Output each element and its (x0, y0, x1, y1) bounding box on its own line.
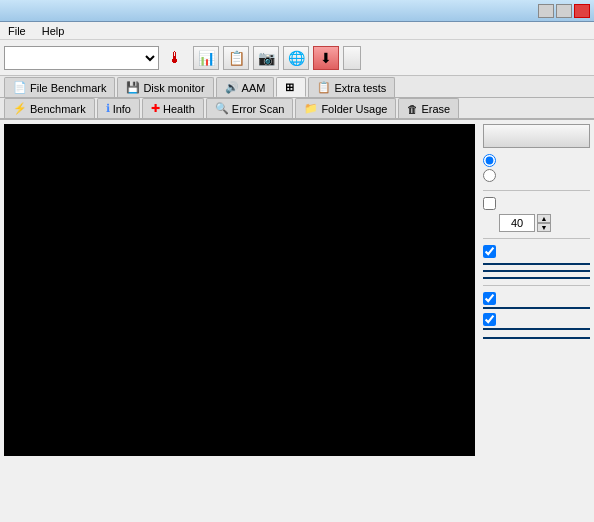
short-stroke-checkbox-label[interactable] (483, 197, 590, 210)
minimize-button[interactable] (538, 4, 554, 18)
tab-bar-1: 📄 File Benchmark 💾 Disk monitor 🔊 AAM ⊞ … (0, 76, 594, 98)
tab-random-access[interactable]: ⊞ (276, 77, 306, 97)
transfer-rate-checkbox-label[interactable] (483, 245, 590, 258)
cpu-usage-section (483, 334, 590, 339)
title-bar (0, 0, 594, 22)
read-radio[interactable] (483, 154, 496, 167)
tab-erase[interactable]: 🗑 Erase (398, 98, 459, 118)
write-radio[interactable] (483, 169, 496, 182)
tab-folder-usage[interactable]: 📁 Folder Usage (295, 98, 396, 118)
extra-tests-icon: 📋 (317, 81, 331, 94)
error-scan-icon: 🔍 (215, 102, 229, 115)
menu-bar: File Help (0, 22, 594, 40)
toolbar-icon-3[interactable]: 📷 (253, 46, 279, 70)
cpu-usage-value (483, 337, 590, 339)
tab-aam[interactable]: 🔊 AAM (216, 77, 275, 97)
maximize-button[interactable] (556, 4, 572, 18)
erase-icon: 🗑 (407, 103, 418, 115)
health-icon: ✚ (151, 102, 160, 115)
title-bar-buttons[interactable] (538, 4, 590, 18)
radio-group (483, 152, 590, 184)
temperature-display: 🌡 (167, 49, 185, 67)
average-value (483, 277, 590, 279)
tab-file-benchmark[interactable]: 📄 File Benchmark (4, 77, 115, 97)
access-time-section (483, 292, 590, 309)
access-time-value (483, 307, 590, 309)
spin-down[interactable]: ▼ (537, 223, 551, 232)
tab-health-label: Health (163, 103, 195, 115)
random-access-icon: ⊞ (285, 81, 294, 94)
folder-usage-icon: 📁 (304, 102, 318, 115)
aam-icon: 🔊 (225, 81, 239, 94)
maximum-value (483, 270, 590, 272)
spin-up[interactable]: ▲ (537, 214, 551, 223)
stroke-input[interactable] (499, 214, 535, 232)
access-time-checkbox-label[interactable] (483, 292, 590, 305)
tab-benchmark-label: Benchmark (30, 103, 86, 115)
divider-2 (483, 238, 590, 239)
menu-help[interactable]: Help (38, 25, 69, 37)
transfer-rate-checkbox[interactable] (483, 245, 496, 258)
menu-file[interactable]: File (4, 25, 30, 37)
tab-extra-tests-label: Extra tests (334, 82, 386, 94)
tab-disk-monitor-label: Disk monitor (143, 82, 204, 94)
write-radio-label[interactable] (483, 169, 590, 182)
read-radio-label[interactable] (483, 154, 590, 167)
tab-bar-2: ⚡ Benchmark ℹ Info ✚ Health 🔍 Error Scan… (0, 98, 594, 120)
chart-area (4, 124, 475, 456)
tab-extra-tests[interactable]: 📋 Extra tests (308, 77, 395, 97)
short-stroke-checkbox[interactable] (483, 197, 496, 210)
tab-info-label: Info (113, 103, 131, 115)
access-time-checkbox[interactable] (483, 292, 496, 305)
tab-erase-label: Erase (421, 103, 450, 115)
tab-disk-monitor[interactable]: 💾 Disk monitor (117, 77, 213, 97)
burst-rate-checkbox-label[interactable] (483, 313, 590, 326)
info-icon: ℹ (106, 102, 110, 115)
toolbar-icon-5[interactable]: ⬇ (313, 46, 339, 70)
burst-rate-value (483, 328, 590, 330)
exit-button[interactable] (343, 46, 361, 70)
close-button[interactable] (574, 4, 590, 18)
minimum-value (483, 263, 590, 265)
tab-benchmark[interactable]: ⚡ Benchmark (4, 98, 95, 118)
toolbar-icon-1[interactable]: 📊 (193, 46, 219, 70)
burst-rate-checkbox[interactable] (483, 313, 496, 326)
tab-folder-usage-label: Folder Usage (321, 103, 387, 115)
tab-file-benchmark-label: File Benchmark (30, 82, 106, 94)
stroke-spinner[interactable]: ▲ ▼ (537, 214, 551, 232)
burst-rate-section (483, 313, 590, 330)
stroke-input-row: ▲ ▼ (499, 214, 590, 232)
divider-1 (483, 190, 590, 191)
toolbar-icon-4[interactable]: 🌐 (283, 46, 309, 70)
tab-health[interactable]: ✚ Health (142, 98, 204, 118)
divider-3 (483, 285, 590, 286)
toolbar: 🌡 📊 📋 📷 🌐 ⬇ (0, 40, 594, 76)
file-benchmark-icon: 📄 (13, 81, 27, 94)
start-button[interactable] (483, 124, 590, 148)
toolbar-icon-2[interactable]: 📋 (223, 46, 249, 70)
main-content: ▲ ▼ (0, 120, 594, 460)
disk-monitor-icon: 💾 (126, 81, 140, 94)
tab-aam-label: AAM (242, 82, 266, 94)
tab-info[interactable]: ℹ Info (97, 98, 140, 118)
tab-error-scan[interactable]: 🔍 Error Scan (206, 98, 294, 118)
benchmark-icon: ⚡ (13, 102, 27, 115)
tab-error-scan-label: Error Scan (232, 103, 285, 115)
drive-select[interactable] (4, 46, 159, 70)
transfer-rate-section (483, 245, 590, 279)
thermometer-icon: 🌡 (167, 49, 183, 67)
right-panel: ▲ ▼ (479, 120, 594, 460)
